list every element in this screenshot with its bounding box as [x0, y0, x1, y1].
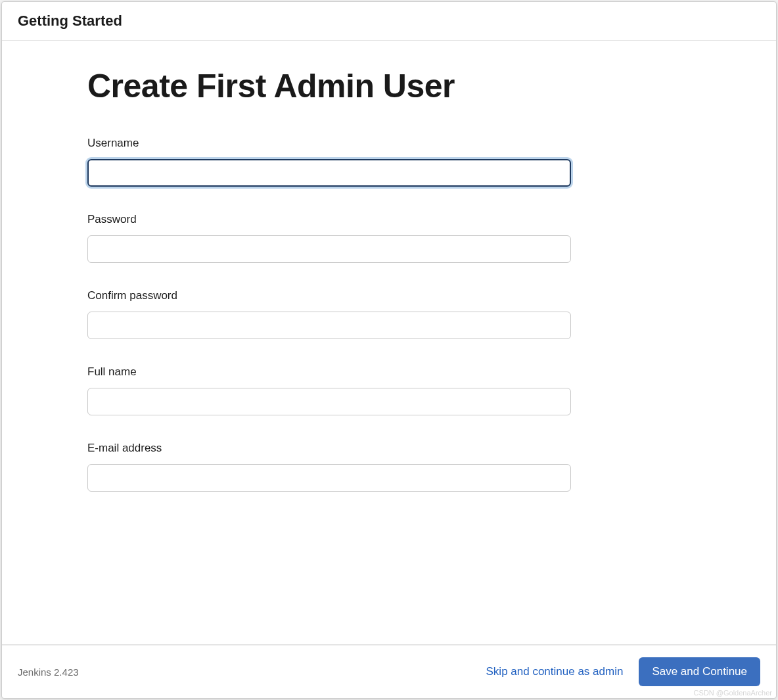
header-title: Getting Started: [18, 12, 760, 30]
password-label: Password: [87, 213, 691, 226]
form-group-email: E-mail address: [87, 442, 691, 492]
skip-button[interactable]: Skip and continue as admin: [484, 660, 626, 684]
form-group-password: Password: [87, 213, 691, 263]
form-group-full-name: Full name: [87, 365, 691, 415]
form-group-username: Username: [87, 137, 691, 187]
full-name-label: Full name: [87, 365, 691, 379]
form-group-confirm-password: Confirm password: [87, 289, 691, 339]
email-label: E-mail address: [87, 442, 691, 455]
save-continue-button[interactable]: Save and Continue: [639, 657, 760, 686]
confirm-password-input[interactable]: [87, 312, 571, 339]
confirm-password-label: Confirm password: [87, 289, 691, 302]
header: Getting Started: [2, 2, 776, 41]
version-text: Jenkins 2.423: [18, 666, 79, 678]
page-title: Create First Admin User: [87, 67, 691, 105]
footer: Jenkins 2.423 Skip and continue as admin…: [2, 645, 776, 698]
password-input[interactable]: [87, 235, 571, 263]
username-input[interactable]: [87, 159, 571, 187]
username-label: Username: [87, 137, 691, 150]
full-name-input[interactable]: [87, 388, 571, 415]
email-input[interactable]: [87, 464, 571, 492]
footer-actions: Skip and continue as admin Save and Cont…: [484, 657, 760, 686]
setup-wizard-window: Getting Started Create First Admin User …: [1, 1, 777, 699]
content-area: Create First Admin User Username Passwor…: [2, 41, 776, 644]
